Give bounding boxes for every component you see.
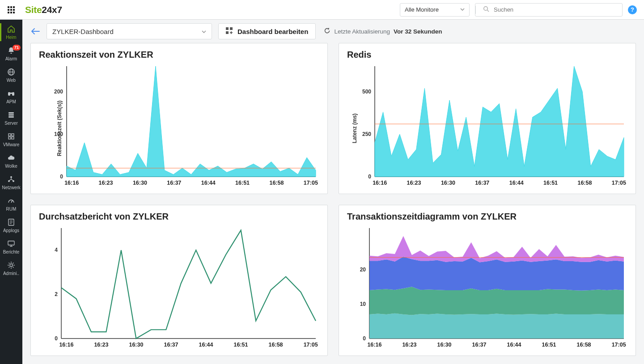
svg-rect-3 (8, 9, 9, 11)
gauge-icon (7, 196, 16, 206)
sidebar-item-label: Alarm (5, 57, 17, 61)
chart-card-transaktion: Transaktionszeitdiagramm von ZYLKER01020… (339, 205, 636, 356)
svg-text:16:30: 16:30 (437, 342, 451, 348)
svg-rect-17 (8, 112, 14, 114)
chart-card-reaktion: Reaktionszeit von ZYLKERReaktionszeit (S… (30, 43, 328, 194)
svg-rect-18 (8, 114, 14, 116)
sidebar-item-label: Wolke (5, 164, 17, 169)
back-button[interactable] (30, 26, 40, 36)
y-axis-label: Reaktionszeit (Sek(s)) (56, 100, 63, 156)
svg-rect-8 (13, 12, 15, 13)
refresh-icon[interactable] (324, 27, 330, 35)
divider (475, 6, 476, 14)
svg-text:0: 0 (368, 174, 371, 180)
chart-grid: Reaktionszeit von ZYLKERReaktionszeit (S… (22, 43, 644, 364)
chevron-down-icon (460, 6, 465, 13)
network-icon (7, 175, 16, 185)
svg-line-43 (13, 263, 14, 264)
svg-text:16:58: 16:58 (577, 342, 591, 348)
chart-title: Transaktionszeitdiagramm von ZYLKER (339, 205, 636, 224)
svg-text:16:51: 16:51 (235, 180, 250, 186)
sidebar-item-apm[interactable]: APM (0, 86, 22, 107)
svg-rect-1 (10, 6, 12, 8)
svg-text:200: 200 (54, 89, 63, 95)
chart-card-redis: RedisLatenz (ms)025050016:1616:2316:3016… (339, 43, 636, 194)
edit-dashboard-button[interactable]: Dashboard bearbeiten (218, 23, 316, 39)
sidebar-item-server[interactable]: Server (0, 107, 22, 129)
svg-rect-45 (230, 27, 233, 30)
svg-text:16:58: 16:58 (269, 342, 283, 348)
home-icon (7, 25, 16, 34)
stack-icon (7, 110, 16, 120)
sidebar-item-label: Berichte (3, 250, 20, 254)
svg-rect-19 (8, 116, 14, 118)
svg-line-42 (9, 267, 10, 268)
svg-text:16:16: 16:16 (64, 180, 79, 186)
globe-icon (7, 68, 16, 77)
svg-rect-23 (12, 137, 14, 139)
search-wrap[interactable] (475, 3, 623, 17)
chart-plot[interactable]: Latenz (ms)025050016:1616:2316:3016:3716… (339, 63, 636, 194)
svg-text:16:30: 16:30 (129, 342, 143, 348)
svg-text:16:16: 16:16 (59, 342, 73, 348)
monitor-select[interactable]: Alle Monitore (400, 3, 470, 17)
sidebar-item-web[interactable]: Web (0, 64, 22, 86)
svg-text:16:58: 16:58 (577, 180, 592, 186)
chart-plot[interactable]: 02416:1616:2316:3016:3716:4416:5116:5817… (31, 224, 327, 356)
svg-rect-15 (12, 92, 14, 96)
svg-text:16:37: 16:37 (475, 180, 489, 186)
svg-rect-16 (10, 93, 12, 94)
svg-text:16:44: 16:44 (507, 342, 521, 348)
monitor-select-label: Alle Monitore (405, 6, 439, 13)
sidebar-item-admini[interactable]: Admini.. (0, 258, 22, 279)
chevron-down-icon (202, 28, 206, 35)
svg-text:17:05: 17:05 (304, 180, 318, 186)
sidebar-item-label: Applogs (3, 229, 19, 233)
dashboard-select[interactable]: ZYLKER-Dashboard (47, 23, 212, 39)
help-icon[interactable]: ? (628, 5, 637, 14)
svg-rect-2 (13, 6, 15, 8)
refresh-time: Vor 32 Sekunden (394, 28, 442, 35)
svg-rect-5 (13, 9, 15, 11)
svg-text:250: 250 (362, 131, 371, 137)
svg-text:17:05: 17:05 (612, 180, 626, 186)
svg-text:10: 10 (360, 301, 366, 307)
svg-text:500: 500 (362, 89, 371, 95)
svg-rect-6 (8, 12, 9, 13)
sidebar-item-netzwerk[interactable]: Netzwerk (0, 172, 22, 193)
sidebar-item-label: VMware (3, 143, 20, 147)
svg-point-35 (10, 264, 13, 267)
sidebar-item-label: Admini.. (3, 271, 19, 276)
sidebar-item-alarm[interactable]: Alarm71 (0, 43, 22, 64)
search-input[interactable] (493, 6, 622, 13)
sidebar-item-wolke[interactable]: Wolke (0, 150, 22, 172)
chart-card-durchsatz: Durchsatzbericht von ZYLKER02416:1616:23… (30, 205, 328, 356)
svg-rect-21 (12, 134, 14, 136)
refresh-prefix: Letzte Aktualisierung (334, 28, 390, 35)
sidebar-item-label: APM (6, 100, 16, 104)
svg-text:16:37: 16:37 (472, 342, 486, 348)
svg-rect-14 (8, 92, 10, 96)
svg-text:17:05: 17:05 (304, 342, 318, 348)
search-icon (483, 6, 489, 14)
apps-grid-icon[interactable] (0, 0, 22, 20)
refresh-status: Letzte Aktualisierung Vor 32 Sekunden (324, 27, 442, 35)
sidebar-item-vmware[interactable]: VMware (0, 129, 22, 150)
svg-rect-0 (8, 6, 9, 8)
logo: Site24x7 (25, 4, 62, 15)
svg-text:0: 0 (55, 335, 58, 342)
sidebar-item-berichte[interactable]: Berichte (0, 236, 22, 258)
sidebar-item-rum[interactable]: RUM (0, 193, 22, 215)
svg-rect-7 (10, 12, 12, 13)
sidebar-item-applogs[interactable]: Applogs (0, 215, 22, 236)
chart-title: Durchsatzbericht von ZYLKER (31, 205, 327, 224)
chart-plot[interactable]: Reaktionszeit (Sek(s))010020016:1616:231… (31, 63, 327, 194)
svg-text:0: 0 (60, 174, 63, 180)
logo-247: 24x7 (42, 4, 62, 15)
svg-text:16:16: 16:16 (367, 342, 381, 348)
chart-plot[interactable]: 0102016:1616:2316:3016:3716:4416:5116:58… (339, 224, 636, 356)
svg-text:20: 20 (360, 267, 366, 273)
svg-text:4: 4 (55, 247, 58, 253)
sidebar-item-heim[interactable]: Heim (0, 21, 22, 43)
svg-text:0: 0 (363, 335, 366, 342)
